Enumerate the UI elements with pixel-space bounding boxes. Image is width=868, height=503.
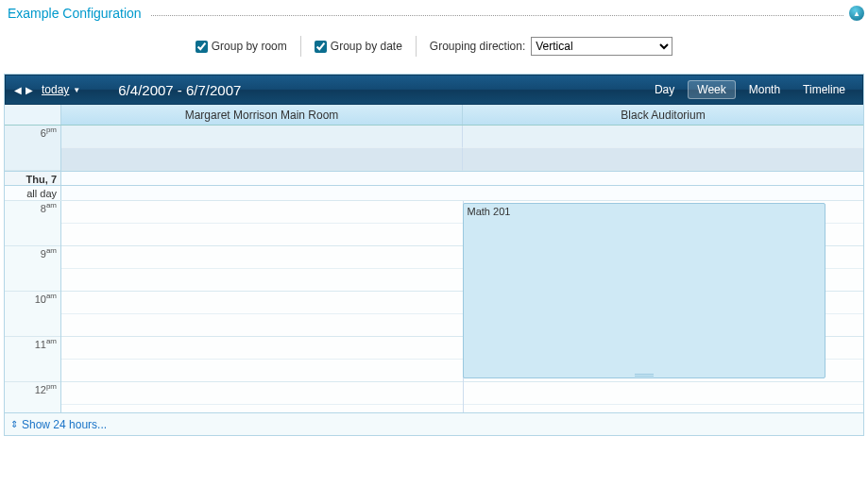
config-options: Group by room Group by date Grouping dir… xyxy=(4,36,864,57)
time-label-6pm: 6pm xyxy=(41,127,57,139)
group-by-room-checkbox[interactable] xyxy=(196,41,208,53)
scheduler: ◀ ▶ today ▼ 6/4/2007 - 6/7/2007 Day Week… xyxy=(4,74,864,436)
room-header-1: Black Auditorium xyxy=(463,105,863,125)
collapse-icon[interactable]: ▲ xyxy=(849,6,864,21)
view-week-button[interactable]: Week xyxy=(688,80,735,99)
date-range-label: 6/4/2007 - 6/7/2007 xyxy=(118,82,241,98)
time-gutter-header xyxy=(5,105,61,125)
time-label: 12pm xyxy=(5,382,60,412)
config-divider xyxy=(151,15,843,16)
time-label: 8am xyxy=(5,201,60,246)
scheduler-grid-scroll[interactable]: 6pm Thu, 7 all day xyxy=(5,126,863,412)
room-header-row: Margaret Morrison Main Room Black Audito… xyxy=(5,105,863,126)
today-link[interactable]: today xyxy=(42,83,69,96)
grid-cell[interactable] xyxy=(61,148,463,171)
group-by-date-checkbox[interactable] xyxy=(315,41,327,53)
grouping-direction-select[interactable]: Vertical xyxy=(531,37,672,56)
appointment[interactable]: Math 201 xyxy=(463,203,826,378)
group-by-room-label: Group by room xyxy=(212,40,287,53)
next-arrow-icon[interactable]: ▶ xyxy=(25,84,34,95)
time-label: 11am xyxy=(5,337,60,382)
show-24-hours-link[interactable]: ⇕ Show 24 hours... xyxy=(10,418,107,431)
time-label: 9am xyxy=(5,246,60,292)
group-by-date-label: Group by date xyxy=(331,40,402,53)
scheduler-toolbar: ◀ ▶ today ▼ 6/4/2007 - 6/7/2007 Day Week… xyxy=(5,75,863,105)
view-day-button[interactable]: Day xyxy=(645,80,684,99)
view-month-button[interactable]: Month xyxy=(740,80,790,99)
resize-handle[interactable] xyxy=(635,374,654,377)
grid-cell[interactable] xyxy=(463,148,864,171)
expand-icon: ⇕ xyxy=(10,419,18,429)
room-header-0: Margaret Morrison Main Room xyxy=(61,105,463,125)
grid-cell[interactable] xyxy=(61,126,463,148)
all-day-label: all day xyxy=(5,186,61,200)
grid-cell[interactable] xyxy=(463,126,864,148)
day-divider: Thu, 7 xyxy=(5,171,863,186)
prev-arrow-icon[interactable]: ◀ xyxy=(13,84,23,95)
view-timeline-button[interactable]: Timeline xyxy=(793,80,855,99)
config-title: Example Configuration xyxy=(4,4,145,26)
today-dropdown-icon[interactable]: ▼ xyxy=(73,86,80,94)
day-divider-label: Thu, 7 xyxy=(5,172,61,185)
appointment-title: Math 201 xyxy=(468,206,822,217)
time-label: 10am xyxy=(5,292,60,337)
scheduler-footer: ⇕ Show 24 hours... xyxy=(5,412,863,435)
grouping-direction-label: Grouping direction: xyxy=(430,40,525,53)
all-day-row[interactable]: all day xyxy=(5,186,863,201)
